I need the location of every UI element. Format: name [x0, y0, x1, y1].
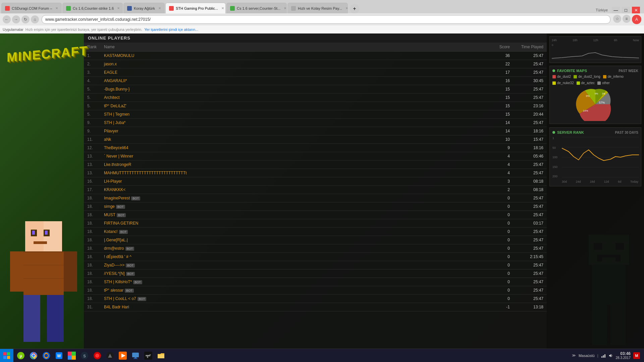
player-name[interactable]: KASTAMONULU: [101, 52, 486, 60]
tab-koray[interactable]: Koray Ağtürk ✕: [123, 3, 165, 13]
player-rank: 4.: [84, 77, 101, 85]
player-time: 25:47: [513, 94, 547, 102]
taskbar-redapp[interactable]: [91, 350, 103, 362]
url-input[interactable]: www.gametracker.com/server_info/cs6.csdu…: [42, 15, 610, 24]
redapp-icon: [93, 352, 101, 360]
player-name[interactable]: aNk: [101, 135, 486, 144]
player-name[interactable]: STH | Tegmen: [101, 110, 486, 119]
player-name[interactable]: simgeBOT: [101, 202, 486, 211]
profile-avatar[interactable]: A: [632, 15, 641, 24]
player-name[interactable]: KRANKKK<: [101, 186, 486, 194]
close-button[interactable]: ✕: [632, 7, 640, 13]
tab-csduragi[interactable]: CSDuragi.COM Forum – ✕: [1, 3, 62, 13]
close-icon[interactable]: ✕: [345, 6, 348, 10]
csgo-icon: [144, 352, 152, 360]
table-row: 5.-Bugs.Bunny-}1525:47: [84, 85, 547, 94]
close-icon[interactable]: ✕: [117, 6, 120, 10]
player-name[interactable]: ZiyaD---->>BOT: [101, 261, 486, 269]
reload-button[interactable]: ↻: [21, 15, 30, 23]
player-name[interactable]: MUSTBOT: [101, 211, 486, 219]
network-icon[interactable]: [601, 353, 606, 358]
taskbar-explorer[interactable]: [155, 350, 167, 362]
taskbar-steam[interactable]: S: [78, 350, 91, 362]
close-icon[interactable]: ✕: [158, 6, 161, 10]
taskbar-utorrent[interactable]: µ: [15, 350, 27, 362]
player-name[interactable]: tP° DeLiLaZ': [101, 102, 486, 110]
maximize-button[interactable]: □: [622, 7, 630, 13]
tab-sth-active[interactable]: STH Gaming Pro Public... ✕: [165, 3, 226, 13]
bookmark-star-icon[interactable]: ☆: [613, 15, 621, 23]
back-button[interactable]: ←: [3, 15, 11, 23]
player-name[interactable]: LH-Player: [101, 177, 486, 186]
player-name[interactable]: Architect: [101, 94, 486, 102]
taskbar-notifications[interactable]: ≫: [572, 353, 576, 358]
player-name[interactable]: FIRTINA GETIREN: [101, 219, 486, 228]
player-name[interactable]: tP° alessarBOT: [101, 286, 486, 295]
player-name[interactable]: Kotanc!BOT: [101, 228, 486, 236]
settings-icon[interactable]: ≡: [623, 15, 631, 23]
player-rank: 18.: [84, 194, 101, 202]
tab-cs16[interactable]: Cs 1.6,Counter-strike 1.6 ✕: [62, 3, 123, 13]
taskbar-csgo[interactable]: [142, 350, 154, 362]
player-name[interactable]: ! dÉpied9â ' # ^: [101, 253, 486, 261]
tab-resim[interactable]: Hızlı ve Kolay Resim Pay... ✕: [287, 3, 348, 13]
player-name[interactable]: ` Never | Winner: [101, 152, 486, 161]
col-name: Name: [101, 43, 486, 52]
player-name[interactable]: -Bugs.Bunny-}: [101, 85, 486, 94]
player-name[interactable]: |.Gene[R]aL.|: [101, 236, 486, 244]
media-icon: [119, 352, 127, 360]
bot-badge: BOT: [125, 247, 135, 251]
taskbar-chrome[interactable]: [28, 350, 40, 362]
bot-badge: BOT: [133, 280, 142, 284]
legend-dust2: de_dust2: [552, 75, 571, 78]
taskbar-blackapp[interactable]: [104, 350, 116, 362]
table-row: 9.Pilavyer1418:16: [84, 127, 547, 135]
forward-button[interactable]: →: [12, 15, 20, 23]
close-icon[interactable]: ✕: [284, 6, 286, 10]
mail-icon[interactable]: M: [633, 352, 640, 359]
player-name[interactable]: ANGARALII*: [101, 77, 486, 85]
player-name[interactable]: STH | KillsHoT*BOT: [101, 278, 486, 286]
title-text: FAVORITE MAPS: [557, 69, 587, 73]
taskbar-masaustu: Masaüstü: [579, 354, 595, 358]
player-name[interactable]: TheBeyceli64: [101, 144, 486, 152]
minimize-button[interactable]: —: [612, 7, 620, 13]
y-label-200: 200: [552, 175, 562, 178]
player-name[interactable]: //YESIL^[N]BOT: [101, 269, 486, 278]
player-name[interactable]: drm@estroBOT: [101, 244, 486, 253]
taskbar-firefox[interactable]: [40, 350, 52, 362]
player-name[interactable]: EAGLE: [101, 68, 486, 77]
player-name[interactable]: MAHMUTTTTTTTTTTTTTTTTTTTTTTTTTTTt: [101, 169, 486, 177]
server-rank-title: SERVER RANK PAST 30 DAYS: [552, 130, 638, 134]
close-icon[interactable]: ✕: [55, 6, 58, 10]
taskbar-app4[interactable]: W: [53, 350, 65, 362]
add-tab-icon[interactable]: +: [350, 4, 359, 13]
taskbar-monitor[interactable]: [129, 350, 142, 362]
taskbar-colorapp[interactable]: [66, 350, 78, 362]
table-row: 18.tP° alessarBOT025:47: [84, 286, 547, 295]
player-rank: 18.: [84, 286, 101, 295]
player-score: 0: [486, 236, 513, 244]
player-name[interactable]: jason.x: [101, 60, 486, 68]
legend-color-inferno: [603, 75, 606, 78]
player-name[interactable]: B4L Badr Hari: [101, 303, 486, 311]
rank-title-text: SERVER RANK: [557, 130, 584, 134]
svg-text:3%: 3%: [602, 93, 605, 95]
player-score: 4: [486, 169, 513, 177]
tab-cs16-server[interactable]: Cs 1.6 server,Counter-St... ✕: [226, 3, 287, 13]
table-row: 1.KASTAMONULU3625:47: [84, 52, 547, 60]
svg-text:S: S: [83, 354, 86, 358]
taskbar-media[interactable]: [117, 350, 129, 362]
player-name[interactable]: Pilavyer: [101, 127, 486, 135]
player-name[interactable]: Lke.thstrongeR: [101, 161, 486, 169]
start-button[interactable]: [0, 349, 13, 362]
home-button[interactable]: ⌂: [31, 15, 39, 23]
import-bookmarks-link[interactable]: Yer işaretlerini şimdi içe aktarın...: [144, 27, 198, 32]
activity-svg: 0: [552, 43, 639, 60]
player-name[interactable]: STH | CooLL < o7BOT: [101, 295, 486, 303]
player-name[interactable]: ImaginePerestBOT: [101, 194, 486, 202]
new-tab-button[interactable]: +: [350, 4, 359, 13]
volume-icon[interactable]: [608, 353, 613, 358]
player-name[interactable]: STH | Juba*: [101, 119, 486, 127]
close-icon[interactable]: ✕: [221, 6, 224, 10]
